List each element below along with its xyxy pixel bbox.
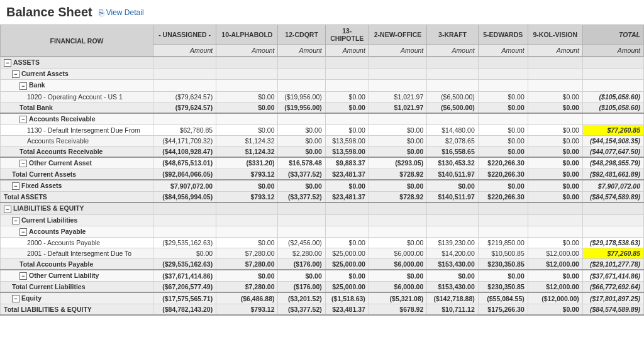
cell-value: $153,430.00 bbox=[427, 282, 479, 293]
cell-value: $0.00 bbox=[278, 124, 325, 135]
cell-value bbox=[427, 202, 479, 214]
cell-value: ($17,575,565.71) bbox=[153, 292, 216, 304]
cell-value: ($48,298,955.79) bbox=[582, 157, 643, 169]
cell-value: ($3,377.52) bbox=[278, 192, 325, 203]
cell-value bbox=[216, 69, 278, 80]
expand-icon[interactable]: − bbox=[4, 59, 11, 67]
col-kol-vision: 9-KOL-VISION bbox=[528, 25, 582, 45]
expand-icon[interactable]: − bbox=[19, 160, 27, 167]
table-row: −Equity($17,575,565.71)($6,486.88)($3,20… bbox=[1, 292, 644, 304]
cell-value: ($105,058.60) bbox=[582, 91, 643, 102]
cell-value: $16,578.48 bbox=[278, 157, 325, 169]
cell-value bbox=[325, 113, 369, 125]
row-label: −Accounts Payable bbox=[1, 226, 153, 237]
cell-value: $793.12 bbox=[216, 192, 278, 203]
cell-value bbox=[278, 202, 325, 214]
row-label: −Fixed Assets bbox=[1, 180, 153, 192]
cell-value bbox=[153, 214, 216, 226]
cell-value: $7,280.00 bbox=[216, 258, 278, 270]
cell-value: ($29,535,162.63) bbox=[153, 258, 216, 270]
cell-value bbox=[325, 69, 369, 80]
table-row: −LIABILITIES & EQUITY bbox=[1, 202, 644, 214]
cell-value bbox=[325, 226, 369, 237]
row-label: 1130 - Default Intersegment Due From bbox=[1, 124, 153, 135]
cell-value: $793.12 bbox=[216, 304, 278, 316]
cell-value: $130,453.32 bbox=[427, 157, 479, 169]
cell-value: $0.00 bbox=[528, 180, 582, 192]
cell-value bbox=[153, 57, 216, 69]
cell-value: $7,280.00 bbox=[216, 282, 278, 293]
col-new-office: 2-NEW-OFFICE bbox=[369, 25, 426, 45]
cell-value: ($84,574,589.89) bbox=[582, 192, 643, 203]
cell-value: $2,280.00 bbox=[278, 248, 325, 258]
table-row: −Current Assets bbox=[1, 69, 644, 80]
cell-value: ($67,206,577.49) bbox=[153, 282, 216, 293]
cell-value: ($19,956.00) bbox=[278, 102, 325, 113]
expand-icon[interactable]: − bbox=[12, 182, 19, 190]
cell-value: $0.00 bbox=[325, 237, 369, 248]
cell-value: ($105,058.60) bbox=[582, 102, 643, 113]
row-label: −ASSETS bbox=[1, 57, 153, 69]
row-label: 1020 - Operating Account - US 1 bbox=[1, 91, 153, 102]
cell-value: $0.00 bbox=[325, 102, 369, 113]
cell-value: ($331.20) bbox=[216, 157, 278, 169]
expand-icon[interactable]: − bbox=[12, 295, 19, 302]
header: Balance Sheet ⎘ View Detail bbox=[0, 0, 644, 25]
cell-value: $0.00 bbox=[528, 169, 582, 180]
cell-value bbox=[528, 80, 582, 91]
cell-value: $12,000.00 bbox=[528, 282, 582, 293]
cell-value bbox=[153, 113, 216, 125]
row-label: 2000 - Accounts Payable bbox=[1, 237, 153, 248]
cell-value bbox=[528, 57, 582, 69]
cell-value: ($142,718.88) bbox=[427, 292, 479, 304]
cell-value: $0.00 bbox=[528, 237, 582, 248]
cell-value: $25,000.00 bbox=[325, 248, 369, 258]
expand-icon[interactable]: − bbox=[4, 206, 11, 213]
cell-value bbox=[528, 202, 582, 214]
expand-icon[interactable]: − bbox=[19, 116, 27, 123]
row-label: Total Current Liabilities bbox=[1, 282, 153, 293]
cell-value: $1,021.97 bbox=[369, 91, 426, 102]
cell-value bbox=[582, 80, 643, 91]
expand-icon[interactable]: − bbox=[19, 228, 27, 236]
amount-kraft: Amount bbox=[427, 45, 479, 57]
view-detail-link[interactable]: ⎘ View Detail bbox=[99, 8, 144, 18]
cell-value: $7,907,072.00 bbox=[153, 180, 216, 192]
view-detail-label: View Detail bbox=[106, 8, 144, 17]
row-label: Total Bank bbox=[1, 102, 153, 113]
table-row: 2001 - Default Intersegment Due To$0.00$… bbox=[1, 248, 644, 258]
cell-value: ($176.00) bbox=[278, 282, 325, 293]
cell-value: ($17,801,897.25) bbox=[582, 292, 643, 304]
row-label: 2001 - Default Intersegment Due To bbox=[1, 248, 153, 258]
cell-value: $0.00 bbox=[528, 146, 582, 157]
cell-value: $0.00 bbox=[478, 102, 528, 113]
expand-icon[interactable]: − bbox=[19, 272, 27, 280]
cell-value: $0.00 bbox=[325, 270, 369, 282]
column-header-row: FINANCIAL ROW - UNASSIGNED - 10-ALPHABOL… bbox=[1, 25, 644, 45]
table-row: Accounts Receivable($44,171,709.32)$1,12… bbox=[1, 135, 644, 146]
cell-value: $220,266.30 bbox=[478, 157, 528, 169]
col-alphabold: 10-ALPHABOLD bbox=[216, 25, 278, 45]
table-body: −ASSETS−Current Assets−Bank1020 - Operat… bbox=[1, 57, 644, 315]
cell-value bbox=[216, 80, 278, 91]
cell-value bbox=[278, 214, 325, 226]
cell-value: ($66,772,692.64) bbox=[582, 282, 643, 293]
row-label: Total Accounts Receivable bbox=[1, 146, 153, 157]
cell-value: $0.00 bbox=[369, 135, 426, 146]
cell-value bbox=[278, 226, 325, 237]
col-total: TOTAL bbox=[582, 25, 643, 45]
amount-new-office: Amount bbox=[369, 45, 426, 57]
cell-value bbox=[369, 69, 426, 80]
cell-value: ($92,864,066.05) bbox=[153, 169, 216, 180]
cell-value: ($79,624.57) bbox=[153, 91, 216, 102]
cell-value: ($55,084.55) bbox=[478, 292, 528, 304]
expand-icon[interactable]: − bbox=[12, 217, 19, 224]
expand-icon[interactable]: − bbox=[19, 82, 27, 90]
cell-value: ($84,956,994.05) bbox=[153, 192, 216, 203]
cell-value bbox=[216, 202, 278, 214]
cell-value bbox=[528, 113, 582, 125]
cell-value: $7,280.00 bbox=[216, 248, 278, 258]
cell-value: $2,078.65 bbox=[427, 135, 479, 146]
cell-value: $0.00 bbox=[216, 180, 278, 192]
expand-icon[interactable]: − bbox=[12, 70, 19, 78]
